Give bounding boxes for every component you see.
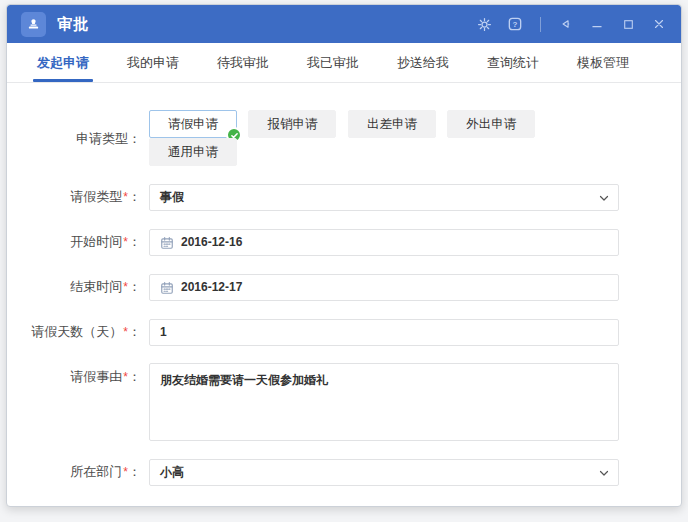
leave-type-row: 请假类型*： 事假	[7, 183, 681, 211]
type-button-expense[interactable]: 报销申请	[248, 110, 336, 138]
add-attachment-button[interactable]	[149, 506, 170, 507]
dock-side-button[interactable]	[558, 16, 574, 32]
chevron-down-icon	[598, 467, 610, 482]
type-button-label: 报销申请	[267, 116, 317, 133]
leave-type-label: 请假类型*：	[7, 183, 141, 211]
minimize-icon	[590, 17, 604, 31]
calendar-icon	[160, 236, 174, 250]
leave-days-value: 1	[160, 325, 167, 339]
svg-text:?: ?	[513, 20, 518, 29]
title-bar: 审批 ?	[7, 5, 681, 43]
department-value: 小高	[160, 464, 184, 481]
tab-cc-to-me[interactable]: 抄送给我	[395, 43, 451, 82]
end-time-label: 结束时间*：	[7, 273, 141, 301]
tab-my-requests[interactable]: 我的申请	[125, 43, 181, 82]
leave-days-row: 请假天数（天）*： 1	[7, 318, 681, 346]
department-label: 所在部门*：	[7, 458, 141, 486]
end-time-value: 2016-12-17	[181, 280, 242, 294]
type-button-label: 请假申请	[168, 116, 218, 133]
department-select[interactable]: 小高	[149, 459, 619, 486]
end-time-input[interactable]: 2016-12-17	[149, 274, 619, 301]
tab-approved-by-me[interactable]: 我已审批	[305, 43, 361, 82]
close-icon	[652, 17, 666, 31]
leave-reason-textarea[interactable]: 朋友结婚需要请一天假参加婚礼	[149, 363, 619, 441]
leave-reason-row: 请假事由*： 朋友结婚需要请一天假参加婚礼	[7, 363, 681, 441]
start-time-value: 2016-12-16	[181, 235, 242, 249]
type-button-label: 出差申请	[367, 116, 417, 133]
start-time-label: 开始时间*：	[7, 228, 141, 256]
type-button-business-trip[interactable]: 出差申请	[348, 110, 436, 138]
maximize-icon	[622, 18, 635, 31]
tab-query-statistics[interactable]: 查询统计	[485, 43, 541, 82]
tab-create-request[interactable]: 发起申请	[35, 43, 91, 82]
minimize-button[interactable]	[589, 16, 605, 32]
question-mark-icon: ?	[507, 16, 523, 32]
start-time-row: 开始时间*： 2016-12-16	[7, 228, 681, 256]
help-button[interactable]: ?	[507, 16, 523, 32]
titlebar-divider	[540, 17, 541, 32]
chevron-down-icon	[598, 192, 610, 207]
type-button-label: 外出申请	[466, 116, 516, 133]
window-title: 审批	[57, 15, 89, 34]
form-area: 申请类型： 请假申请 报销申请 出差申请 外出申请 通用申请 请假类型*： 事假	[7, 83, 681, 507]
type-button-leave[interactable]: 请假申请	[149, 110, 237, 138]
app-logo	[21, 12, 46, 37]
end-time-row: 结束时间*： 2016-12-17	[7, 273, 681, 301]
type-button-label: 通用申请	[168, 144, 218, 161]
tab-pending-my-approval[interactable]: 待我审批	[215, 43, 271, 82]
leave-reason-label: 请假事由*：	[7, 363, 141, 391]
gear-icon	[477, 17, 492, 32]
apply-type-row: 申请类型： 请假申请 报销申请 出差申请 外出申请 通用申请	[7, 110, 681, 166]
leave-days-input[interactable]: 1	[149, 319, 619, 346]
stamp-icon	[26, 17, 41, 32]
tab-template-management[interactable]: 模板管理	[575, 43, 631, 82]
type-button-going-out[interactable]: 外出申请	[447, 110, 535, 138]
attachment-label: 附件：	[7, 503, 141, 507]
maximize-button[interactable]	[620, 16, 636, 32]
close-button[interactable]	[651, 16, 667, 32]
settings-button[interactable]	[476, 16, 492, 32]
leave-type-value: 事假	[160, 189, 184, 206]
tab-bar: 发起申请 我的申请 待我审批 我已审批 抄送给我 查询统计 模板管理	[7, 43, 681, 83]
department-row: 所在部门*： 小高	[7, 458, 681, 486]
app-window: 审批 ?	[6, 4, 682, 507]
apply-type-options: 请假申请 报销申请 出差申请 外出申请 通用申请	[149, 110, 619, 166]
attachment-row: 附件： 添加附件 *单个文件上传最大20MB，最多添加10个文件	[7, 503, 681, 507]
leave-type-select[interactable]: 事假	[149, 184, 619, 211]
calendar-icon	[160, 281, 174, 295]
arrow-left-icon	[559, 17, 573, 31]
start-time-input[interactable]: 2016-12-16	[149, 229, 619, 256]
apply-type-label: 申请类型：	[7, 125, 141, 152]
titlebar-actions: ?	[476, 16, 667, 32]
leave-days-label: 请假天数（天）*：	[7, 318, 141, 346]
type-button-general[interactable]: 通用申请	[149, 138, 237, 166]
